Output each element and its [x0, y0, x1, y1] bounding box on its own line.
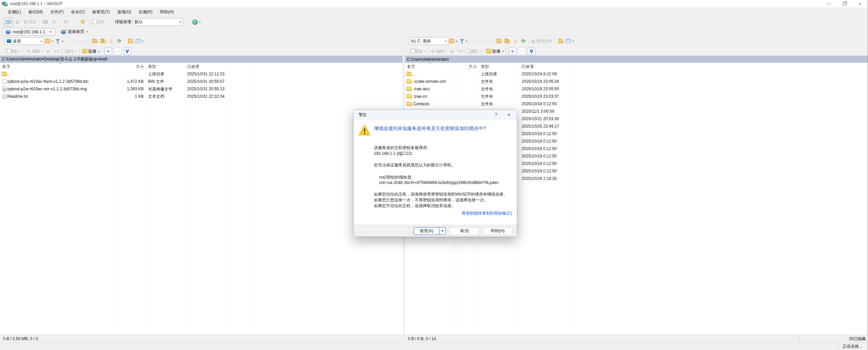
left-unselect-button[interactable]: − [114, 48, 122, 55]
help-button[interactable]: 帮助(H) [483, 227, 512, 235]
file-row[interactable]: .trae-cn 文件夹 2025/10/19 23:03:37 [405, 93, 868, 100]
right-properties-button[interactable]: 属性▾ [465, 47, 482, 55]
right-filter-button[interactable]: ▾ [458, 37, 468, 45]
column-header-type[interactable]: 类型 [481, 63, 489, 70]
synchronize-button[interactable]: ⇅同步 [22, 18, 38, 26]
column-header-changed[interactable]: 已改变 [522, 63, 534, 70]
right-edit-button[interactable]: ✎编辑▾ [430, 47, 448, 55]
find-files-button[interactable]: 查找文件 [530, 37, 554, 45]
left-directory-tree-button[interactable] [126, 37, 134, 45]
preferences-button[interactable]: ⚙ [78, 18, 87, 26]
transfer-preset-value: 默认 [135, 19, 143, 25]
open-console-button[interactable]: ›_ [41, 18, 50, 26]
right-drive-combo[interactable]: C: 系统 ▾ [409, 37, 448, 45]
accept-dropdown-button[interactable]: ▼ [439, 227, 446, 235]
file-type: 文件夹 [479, 86, 520, 92]
minimize-button[interactable] [821, 0, 836, 7]
right-open-directory-button[interactable]: ▾ [448, 37, 458, 45]
left-new-button[interactable]: 新建▾ [81, 47, 101, 55]
column-header-type[interactable]: 类型 [148, 63, 156, 70]
right-parent-directory-button[interactable] [495, 37, 503, 45]
new-tab-button[interactable]: 新标签页 ▾ [58, 29, 91, 35]
swap-panels-button[interactable]: ⇆ [4, 18, 13, 26]
right-copy-button[interactable]: 复制▾ [409, 47, 427, 55]
column-header-name[interactable]: 名字 [2, 63, 10, 70]
menu-item[interactable]: 文件(F) [47, 7, 67, 16]
left-parent-directory-button[interactable] [91, 37, 99, 45]
session-tab-active[interactable]: root@192.168.1.1 × [2, 28, 55, 35]
left-open-directory-button[interactable]: ▾ [44, 37, 54, 45]
copy-fingerprint-link[interactable]: 将密钥指纹复制到剪贴板(C) [462, 210, 512, 216]
host-key-warning-dialog: 警告 ? × 继续连接到未知服务器并将其主机密钥添加到缓存中? 该服务器的主机密… [353, 109, 517, 237]
file-row[interactable]: .. 上级目录 2025/10/31 22:12:23 [0, 70, 403, 78]
left-home-directory-button[interactable]: ⌂ [107, 37, 115, 45]
remote-command-button[interactable]: ✎ [50, 18, 59, 26]
file-row[interactable]: .. 上级目录 2025/10/24 8:22:09 [405, 70, 868, 78]
right-delete-button[interactable]: × [448, 47, 456, 55]
file-changed: 2025/11/1 3:00:59 [520, 109, 572, 114]
left-root-directory-button[interactable] [99, 37, 107, 45]
right-directory-tree-button[interactable] [557, 37, 565, 45]
cancel-button[interactable]: 取消 [450, 227, 479, 235]
file-row[interactable]: .trae-aicc 文件夹 2025/10/19 23:05:50 [405, 85, 868, 93]
left-copy-button[interactable]: 复制▾ [5, 47, 22, 55]
copy-label: 复制 [414, 49, 422, 54]
file-changed: 2025/10/18 0:12:50 [520, 146, 572, 151]
menu-item[interactable]: 命令(C) [67, 7, 89, 16]
right-path-bar[interactable]: C:\Users\Administrator\ [405, 56, 868, 63]
close-button[interactable]: × [852, 0, 868, 7]
menu-item[interactable]: 左侧(L) [4, 7, 25, 16]
right-drive-label: C: 系统 [417, 38, 431, 44]
right-new-button[interactable]: 新建▾ [485, 47, 505, 55]
column-header-size[interactable]: 大小 [456, 63, 477, 70]
session-color-button[interactable]: ▾ [191, 18, 202, 26]
menu-item[interactable]: 右侧(R) [135, 7, 156, 16]
dialog-help-icon[interactable]: ? [495, 112, 497, 117]
column-header-name[interactable]: 名字 [407, 63, 415, 70]
right-refresh-button[interactable]: ⟳ [519, 37, 527, 45]
compare-directories-button[interactable]: ⇄ [13, 18, 22, 26]
file-row[interactable]: .icube-remote-ssh 文件夹 2025/10/19 23:05:3… [405, 78, 868, 85]
file-row[interactable]: Contacts 文件夹 2025/10/18 0:12:50 [405, 100, 868, 108]
menu-item[interactable]: 帮助(H) [156, 7, 178, 16]
left-refresh-button[interactable]: ⟳ [115, 37, 123, 45]
menu-item[interactable]: 标记(M) [25, 7, 47, 16]
restore-button[interactable] [836, 0, 852, 7]
menu-item[interactable]: 选项(O) [113, 7, 135, 16]
refresh-session-button[interactable]: ⟳ [62, 18, 71, 26]
left-properties-button[interactable]: 属性▾ [60, 47, 78, 55]
left-rename-button[interactable]: ✎x [52, 47, 60, 55]
transfer-preset-combo[interactable]: 默认 ▾ [133, 18, 183, 26]
file-row[interactable]: opboot-p2w-r619ac-nor-v1.1.2-3d5736d.img… [0, 85, 403, 93]
menu-item[interactable]: 标签页(T) [89, 7, 113, 16]
left-path-bar[interactable]: C:\Users\Administrator\Desktop\竞斗云 2.0\最… [0, 56, 403, 63]
accept-button[interactable]: 接受(A) [414, 227, 439, 235]
left-invert-selection-button[interactable]: ∀ [124, 48, 131, 55]
tab-close-icon[interactable]: × [49, 30, 52, 34]
right-forward-button[interactable]: →▾ [482, 37, 492, 45]
right-home-directory-button[interactable]: ⌂ [511, 37, 519, 45]
left-forward-button[interactable]: →▾ [77, 37, 88, 45]
left-drive-combo[interactable]: 桌面 ▾ [5, 37, 44, 45]
queue-button[interactable]: 队列▾ [90, 18, 109, 26]
right-root-directory-button[interactable] [503, 37, 511, 45]
right-view-details-button[interactable]: ▾ [565, 37, 575, 45]
column-header-size[interactable]: 大小 [120, 63, 144, 70]
file-changed: 2025/10/18 0:12:50 [520, 154, 572, 159]
dialog-close-icon[interactable]: × [508, 112, 510, 117]
file-row[interactable]: opboot-p2w-r619ac-flash-v1.1.2-3d5736d.b… [0, 78, 403, 85]
right-select-button[interactable]: + [509, 48, 516, 55]
left-edit-button[interactable]: ✎编辑▾ [25, 47, 44, 55]
left-select-button[interactable]: + [105, 48, 112, 55]
left-view-details-button[interactable]: ▾ [134, 37, 145, 45]
chevron-down-icon: ▾ [180, 20, 181, 23]
left-filter-button[interactable]: ▾ [54, 37, 64, 45]
right-unselect-button[interactable]: − [518, 48, 526, 55]
right-back-button[interactable]: ←▾ [471, 37, 482, 45]
right-invert-selection-button[interactable]: ∀ [528, 48, 535, 55]
left-delete-button[interactable]: × [44, 47, 52, 55]
right-rename-button[interactable]: ✎x [456, 47, 465, 55]
left-back-button[interactable]: ←▾ [67, 37, 77, 45]
file-row[interactable]: Readme.txt 1 KB 文本文档 2025/10/31 22:32:34 [0, 93, 403, 100]
column-header-changed[interactable]: 已改变 [187, 63, 199, 70]
